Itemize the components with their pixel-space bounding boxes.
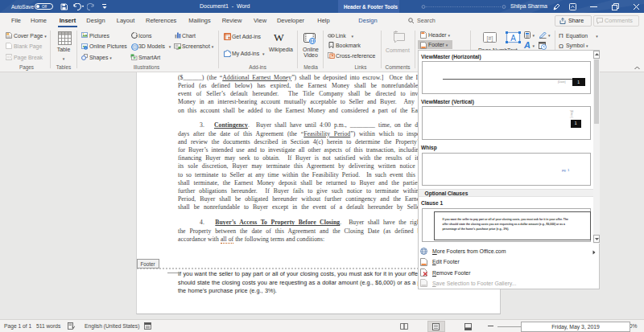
svg-text:A: A <box>510 34 516 43</box>
svg-text:[#]: [#] <box>486 35 493 42</box>
